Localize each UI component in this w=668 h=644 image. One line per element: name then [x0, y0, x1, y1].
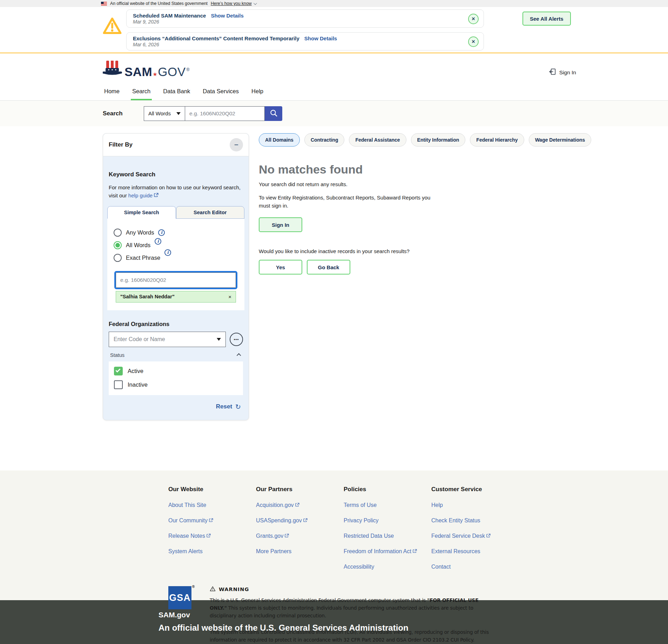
external-link-icon [413, 548, 417, 555]
alert-date: Mar 6, 2026 [133, 42, 463, 47]
footer-col-title: Our Partners [256, 486, 344, 493]
show-details-link[interactable]: Show Details [211, 13, 243, 19]
radio-row-exact-phrase: Exact Phrase i [114, 254, 238, 262]
external-link-icon [285, 533, 289, 539]
any-words-radio[interactable] [114, 229, 122, 237]
status-label: Status [110, 352, 124, 358]
footer-link-external-resources[interactable]: External Resources [431, 548, 519, 555]
ellipsis-icon: ••• [234, 337, 239, 341]
sign-in-icon [549, 68, 556, 77]
external-link-icon [486, 533, 491, 539]
pill-contracting[interactable]: Contracting [304, 133, 345, 147]
gsa-logo: GSA ® [168, 586, 191, 609]
info-icon[interactable]: i [158, 229, 165, 236]
footer-col-our-partners: Our Partners Acquisition.gov USASpending… [256, 486, 344, 570]
domain-filter-pills: All Domains Contracting Federal Assistan… [259, 133, 591, 147]
footer-col-title: Policies [344, 486, 431, 493]
inactive-checkbox[interactable] [114, 380, 123, 389]
external-link-icon [154, 191, 158, 199]
footer-link-usaspending-gov[interactable]: USASpending.gov [256, 517, 344, 524]
federal-org-combobox[interactable]: Enter Code or Name [109, 332, 226, 347]
footer-link-privacy-policy[interactable]: Privacy Policy [344, 517, 431, 524]
show-details-link[interactable]: Show Details [304, 35, 337, 41]
tab-search-editor[interactable]: Search Editor [176, 206, 245, 219]
site-header: SAM★GOV® Sign In Home Search Data Bank D… [0, 53, 668, 101]
search-button[interactable] [265, 106, 282, 121]
keyword-tag: "Salhia Sarah Neddar" × [116, 291, 236, 303]
pill-federal-hierarchy[interactable]: Federal Hierarchy [470, 133, 524, 147]
info-icon[interactable]: i [164, 249, 171, 256]
no-matches-heading: No matches found [259, 163, 591, 176]
footer-col-policies: Policies Terms of Use Privacy Policy Res… [344, 486, 431, 570]
more-options-button[interactable]: ••• [230, 333, 243, 346]
footer-link-federal-service-desk[interactable]: Federal Service Desk [431, 533, 519, 539]
external-link-icon [209, 517, 213, 524]
active-checkbox[interactable] [114, 367, 123, 375]
pill-entity-information[interactable]: Entity Information [411, 133, 466, 147]
footer-link-system-alerts[interactable]: System Alerts [168, 548, 256, 555]
nav-item-search[interactable]: Search [131, 84, 152, 100]
see-all-alerts-button[interactable]: See All Alerts [522, 12, 571, 26]
footer-link-help[interactable]: Help [431, 502, 519, 508]
keyword-input[interactable] [116, 272, 236, 288]
help-guide-link[interactable]: help guide [128, 192, 158, 198]
nav-item-help[interactable]: Help [250, 84, 265, 100]
keyword-search-title: Keyword Search [109, 171, 243, 178]
footer-link-release-notes[interactable]: Release Notes [168, 533, 256, 539]
nav-item-home[interactable]: Home [103, 84, 121, 100]
close-icon[interactable]: × [228, 294, 231, 300]
footer-link-about-this-site[interactable]: About This Site [168, 502, 256, 508]
status-option-active[interactable]: Active [114, 367, 238, 375]
external-link-icon [295, 502, 299, 508]
footer-link-acquisition-gov[interactable]: Acquisition.gov [256, 502, 344, 508]
alert-close-button[interactable]: × [468, 36, 479, 47]
sign-in-button[interactable]: Sign In [259, 217, 302, 232]
star-icon: ★ [153, 72, 157, 77]
search-input[interactable] [185, 106, 265, 121]
footer-link-our-community[interactable]: Our Community [168, 517, 256, 524]
footer-link-restricted-data-use[interactable]: Restricted Data Use [344, 533, 431, 539]
main-nav: Home Search Data Bank Data Services Help [0, 84, 668, 101]
nav-item-data-services[interactable]: Data Services [201, 84, 240, 100]
pill-federal-assistance[interactable]: Federal Assistance [349, 133, 406, 147]
site-footer: Our Website About This Site Our Communit… [0, 470, 668, 600]
footer-link-more-partners[interactable]: More Partners [256, 548, 344, 555]
radio-label: Exact Phrase [126, 255, 160, 261]
reset-filters-link[interactable]: Reset ↻ [107, 403, 241, 411]
registered-mark: ® [187, 68, 190, 72]
warning-outline-icon [210, 586, 216, 592]
yes-button[interactable]: Yes [259, 260, 302, 274]
search-band: Search All Words [0, 101, 668, 126]
heres-how-you-know-link[interactable]: Here’s how you know [211, 1, 256, 6]
nav-item-data-bank[interactable]: Data Bank [162, 84, 191, 100]
exact-phrase-radio[interactable] [114, 254, 122, 262]
status-option-inactive[interactable]: Inactive [114, 380, 238, 389]
keyword-search-tabs: Simple Search Search Editor [107, 206, 244, 219]
radio-row-any-words: Any Words i [114, 229, 238, 237]
sam-gov-logo[interactable]: SAM★GOV® [103, 60, 190, 78]
keyword-tag-text: "Salhia Sarah Neddar" [120, 294, 175, 299]
footer-link-foia[interactable]: Freedom of Information Act [344, 548, 431, 555]
pill-all-domains[interactable]: All Domains [259, 133, 300, 147]
collapse-filters-button[interactable]: − [230, 138, 243, 151]
status-section-toggle[interactable]: Status [110, 352, 241, 358]
pill-wage-determinations[interactable]: Wage Determinations [529, 133, 592, 147]
sign-in-link[interactable]: Sign In [549, 68, 576, 77]
footer-link-grants-gov[interactable]: Grants.gov [256, 533, 344, 539]
footer-link-contact[interactable]: Contact [431, 564, 519, 570]
go-back-button[interactable]: Go Back [307, 260, 350, 274]
alert-date: Mar 9, 2026 [133, 19, 463, 25]
info-icon[interactable]: i [155, 238, 161, 245]
filter-by-title: Filter By [109, 141, 133, 148]
footer-link-accessibility[interactable]: Accessibility [344, 564, 431, 570]
include-inactive-question: Would you like to include inactive recor… [259, 248, 591, 254]
federal-org-placeholder: Enter Code or Name [114, 336, 165, 343]
search-mode-select[interactable]: All Words [144, 106, 185, 121]
tab-simple-search[interactable]: Simple Search [107, 206, 176, 219]
external-link-icon [303, 517, 308, 524]
alert-close-button[interactable]: × [468, 14, 479, 24]
footer-link-terms-of-use[interactable]: Terms of Use [344, 502, 431, 508]
alerts-section: Scheduled SAM Maintenance Show Details M… [0, 7, 668, 53]
footer-link-check-entity-status[interactable]: Check Entity Status [431, 517, 519, 524]
all-words-radio[interactable] [114, 241, 122, 249]
